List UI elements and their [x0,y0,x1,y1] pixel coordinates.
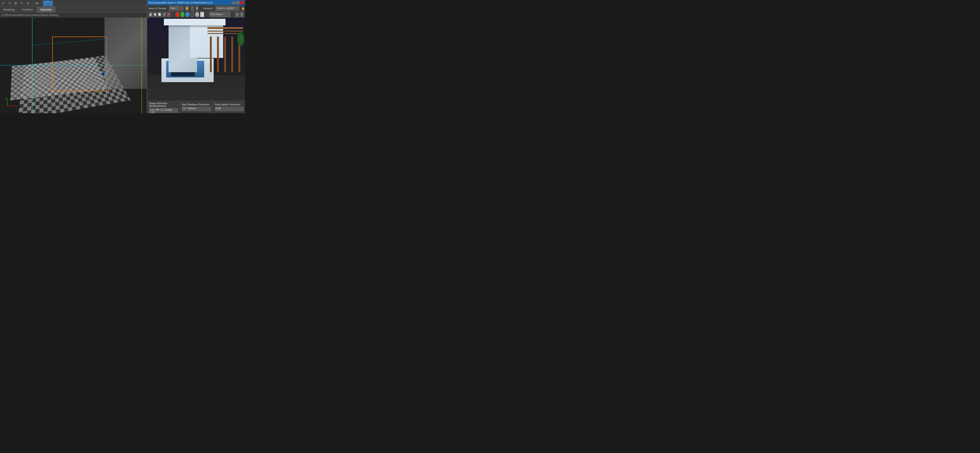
viewport-label: [+] [PhysCamera004] [User Defined] [Defa… [0,13,147,17]
tool3-icon[interactable]: ⊞ [13,1,18,6]
render-history-icon[interactable]: 🗂 [235,12,239,17]
redo-icon[interactable]: ↪ [7,1,12,6]
y-axis [7,99,8,106]
final-gather-label: Final Gather Precision: [215,103,243,106]
roof-overhang [164,19,226,25]
sep4 [207,12,207,17]
area-dropdown-arrow: ▼ [176,7,178,9]
viewport-dropdown-arrow: ▼ [235,7,237,9]
save-icon-btn[interactable]: 💾 [149,12,152,17]
mode-icon[interactable]: All [34,1,39,6]
selection-box [52,37,107,91]
viewport-dropdown[interactable]: Quad 4...era004 ▼ [216,6,239,11]
axes-indicator: X Y [5,97,17,108]
sep5 [233,12,233,17]
viewport-label-text: Viewport: [203,7,214,10]
pergola [207,27,243,72]
x-axis [7,106,14,106]
print-icon-btn[interactable]: 🖨 [162,12,166,17]
separator2 [41,1,41,5]
channel-dropdown[interactable]: RGB Alpha ▼ [209,12,231,17]
select-region-icon-btn[interactable]: ⬚ [191,6,194,11]
tab-selection[interactable]: Selection [37,6,55,13]
render-statusbar: Image Precision (Quality/Noise): Low: Mi… [147,101,245,113]
viewport-3d[interactable]: X Y [0,17,147,113]
color-swatch-btn[interactable] [200,12,204,17]
pergola-beam-top [207,27,243,29]
pergola-beam-2 [207,31,243,32]
building-fragment [105,17,147,89]
tool4-icon[interactable]: ✎ [19,1,24,6]
x-label: X [15,105,17,108]
y-label: Y [6,97,7,100]
maximize-button[interactable]: □ [236,1,240,4]
area-dropdown[interactable]: View ▼ [169,6,183,11]
final-gather-section: Final Gather Precision: Draft [213,101,245,113]
blue-channel-btn[interactable] [185,12,189,17]
area-to-render-label: Area to Render: [149,7,167,10]
pergola-post-1 [210,37,212,72]
final-gather-value[interactable]: Draft [215,107,243,111]
soft-shadows-label: Soft Shadows Precision: [182,103,211,106]
clear-icon-btn[interactable]: ✕ [167,12,170,17]
image-precision-section: Image Precision (Quality/Noise): Low: Mi… [147,101,180,113]
render-titlebar: PhysCamera004; frame 0; RGBA Color 32 Bi… [147,0,245,5]
mono-channel-btn[interactable] [195,12,199,17]
auto-region-icon-btn[interactable]: ⊞ [196,6,198,11]
main-toolbar: ↩ ↪ ⊞ ✎ ≋ All 📷 [0,0,147,6]
alpha-channel-btn[interactable] [190,12,194,17]
selection-handle [102,72,105,75]
tab-modeling[interactable]: Modeling [0,6,19,13]
vegetation [237,32,244,46]
lock-icon[interactable]: 🔒 [241,6,245,10]
render-image-area [147,17,245,89]
soft-shadows-section: Soft Shadows Precision: 1X - Default [180,101,213,113]
render-window-title: PhysCamera004; frame 0; RGBA Color 32 Bi… [149,2,232,4]
image-precision-value[interactable]: Low: Min 1.0, Quality 0.25 [149,108,178,113]
sep3 [173,12,173,17]
viewport-panel: ↩ ↪ ⊞ ✎ ≋ All 📷 Modeling Freeform Select… [0,0,147,113]
minimize-button[interactable]: _ [232,1,235,4]
red-channel-btn[interactable] [175,12,180,17]
pergola-post-3 [224,37,226,72]
render-scene [147,17,245,89]
clone-icon-btn[interactable]: 📄 [158,12,161,17]
window-controls: _ □ ✕ [232,1,243,4]
tab-freeform[interactable]: Freeform [19,6,37,13]
image-precision-label: Image Precision (Quality/Noise): [149,102,178,107]
render-settings-icon[interactable]: ⚙ [240,12,243,17]
pergola-post-4 [231,37,233,72]
channel-dropdown-arrow: ▼ [223,13,224,16]
tool5-icon[interactable]: ≋ [25,1,30,6]
pergola-post-2 [217,37,219,72]
copy-icon-btn[interactable]: 📋 [153,12,157,17]
yellow-line [142,17,142,113]
soft-shadows-value[interactable]: 1X - Default [182,107,211,111]
render-controls-row1: Area to Render: View ▼ ✋ ⬚ ⊞ Viewport: Q… [147,5,245,11]
mode-tabs-bar: Modeling Freeform Selection [0,6,147,13]
close-button[interactable]: ✕ [240,1,243,4]
3d-scene: X Y [0,17,147,113]
render-toolbar-row2: 💾 📋 📄 🖨 ✕ RGB Alpha ▼ 🗂 ⚙ [147,11,245,17]
pergola-beam-3 [207,33,243,34]
camera-tool-icon[interactable]: 📷 [43,1,53,6]
render-frame-window: PhysCamera004; frame 0; RGBA Color 32 Bi… [147,0,245,113]
green-channel-btn[interactable] [180,12,185,17]
hand-icon-btn[interactable]: ✋ [185,6,189,11]
undo-icon[interactable]: ↩ [1,1,6,6]
